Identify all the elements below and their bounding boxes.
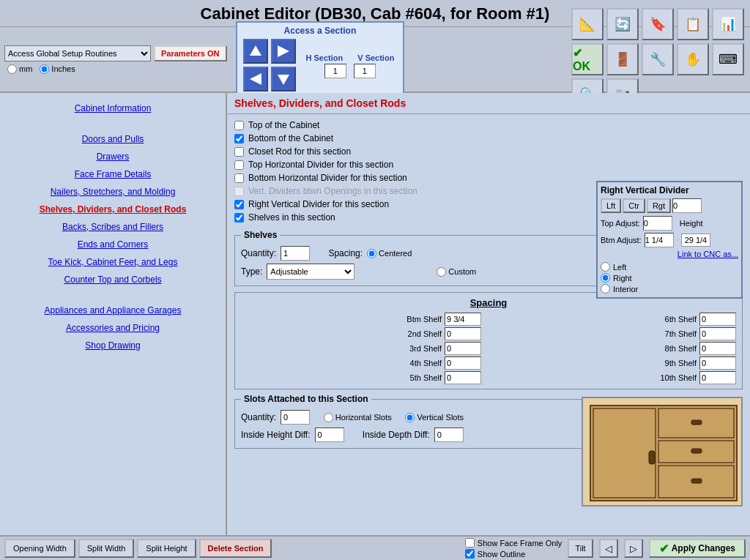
nav-left-button[interactable] [243,67,268,92]
rotate-tool-button[interactable]: 🔄 [606,8,639,40]
cb-shelves[interactable] [234,213,244,223]
list-tool-button[interactable]: 📋 [677,8,709,40]
cb-bottom[interactable] [234,134,244,143]
chart-tool-button[interactable]: 📊 [712,8,744,40]
horiz-slots-label[interactable]: Horizontal Slots [324,413,392,422]
cb-closet[interactable] [234,147,244,157]
v-section-input[interactable] [354,64,376,78]
inside-h-input[interactable] [315,428,344,442]
cb-bottom-row: Bottom of the Cabinet [234,132,743,145]
5th-shelf-input[interactable] [445,371,481,384]
mm-radio[interactable] [7,64,17,74]
rgt-button[interactable]: Rgt [647,198,671,213]
show-outline-row: Show Outline [465,549,562,559]
cb-top-label: Top of the Cabinet [248,120,319,130]
6th-shelf-input[interactable] [699,313,736,326]
params-button[interactable]: Parameters ON [154,45,227,61]
nav-right-button[interactable] [271,39,296,64]
5th-shelf-label: 5th Shelf [410,373,442,382]
wrench-tool-button[interactable]: 🔧 [642,43,674,75]
vert-slots-label[interactable]: Vertical Slots [405,413,464,422]
global-setup-dropdown[interactable]: Access Global Setup Routines [4,45,151,61]
horiz-slots-radio[interactable] [324,413,333,422]
nav-up-button[interactable] [243,39,268,64]
height-label: Height [680,219,703,228]
cb-right-vert-label: Right Vertical Divider for this section [248,199,389,209]
tilt-button[interactable]: Tilt [568,539,593,558]
6th-shelf-row: 6th Shelf [496,313,736,326]
delete-section-button[interactable]: Delete Section [199,539,272,558]
rotate-right-button[interactable]: ▷ [624,539,643,558]
door-tool-button[interactable]: 🚪 [606,43,639,75]
interior-divider-radio[interactable] [601,284,610,294]
show-outline-check[interactable] [465,549,475,559]
sidebar-item-drawers[interactable]: Drawers [0,149,226,165]
right-radio-option: Right [601,272,738,283]
ok-button[interactable]: ✔ OK [571,43,604,75]
btm-shelf-row: Btm Shelf [241,313,481,326]
stamp-tool-button[interactable]: 🔖 [642,8,674,40]
sidebar-item-nailers[interactable]: Nailers, Stretchers, and Molding [0,184,226,200]
opening-width-button[interactable]: Opening Width [4,539,75,558]
cb-top[interactable] [234,121,244,130]
right-divider-radio[interactable] [601,273,610,283]
sidebar-item-accessories[interactable]: Accessories and Pricing [0,320,226,336]
shelves-legend: Shelves [241,230,280,240]
top-adj-input[interactable] [643,216,672,231]
cb-right-vert[interactable] [234,200,244,209]
lft-button[interactable]: Lft [601,198,621,213]
cnc-link[interactable]: Link to CNC as... [601,250,738,258]
3rd-shelf-input[interactable] [445,342,481,355]
slots-qty-input[interactable] [281,410,310,425]
sidebar-item-shop-drawing[interactable]: Shop Drawing [0,337,226,354]
btm-adj-input[interactable] [645,233,674,247]
type-select[interactable]: Adjustable [267,264,354,280]
centered-radio-label[interactable]: Centered [367,249,412,258]
qty-input[interactable] [281,246,310,261]
split-width-button[interactable]: Split Width [78,539,135,558]
sidebar-item-face-frame[interactable]: Face Frame Details [0,166,226,182]
cb-bottom-label: Bottom of the Cabinet [248,133,333,143]
btm-shelf-input[interactable] [445,313,481,326]
keyboard-tool-button[interactable]: ⌨ [712,43,744,75]
sidebar-item-doors-pulls[interactable]: Doors and Pulls [0,131,226,147]
cb-btm-horiz[interactable] [234,173,244,183]
inches-radio[interactable] [40,64,49,74]
centered-radio[interactable] [367,249,376,258]
cb-top-horiz[interactable] [234,160,244,170]
ctr-button[interactable]: Ctr [623,198,645,213]
svg-rect-10 [691,420,702,425]
8th-shelf-input[interactable] [699,342,736,355]
h-section-input[interactable] [324,64,346,78]
inches-radio-label[interactable]: Inches [40,64,75,74]
measure-tool-button[interactable]: 📐 [571,8,604,40]
sidebar-item-cabinet-info[interactable]: Cabinet Information [0,100,226,116]
custom-radio-label[interactable]: Custom [437,267,476,277]
split-height-button[interactable]: Split Height [137,539,196,558]
9th-shelf-input[interactable] [699,356,736,370]
2nd-shelf-input[interactable] [445,327,481,340]
rgt-value-input[interactable] [672,198,702,213]
btm-shelf-label: Btm Shelf [406,315,442,324]
sidebar-item-backs[interactable]: Backs, Scribes and Fillers [0,219,226,235]
show-face-frame-check[interactable] [465,538,475,548]
type-label: Type: [241,266,262,277]
nav-down-button[interactable] [271,67,296,92]
vert-slots-radio[interactable] [405,413,415,422]
custom-radio[interactable] [437,267,446,277]
hand-tool-button[interactable]: ✋ [677,43,709,75]
sidebar-item-counter-top[interactable]: Counter Top and Corbels [0,272,226,288]
10th-shelf-input[interactable] [699,371,736,384]
apply-changes-button[interactable]: ✔ Apply Changes [649,539,746,558]
rotate-left-button[interactable]: ◁ [599,539,618,558]
left-radio-option: Left [601,261,738,272]
sidebar-item-appliances[interactable]: Appliances and Appliance Garages [0,302,226,318]
inside-d-input[interactable] [434,428,464,442]
4th-shelf-input[interactable] [445,356,481,370]
sidebar-item-toe-kick[interactable]: Toe Kick, Cabinet Feet, and Legs [0,254,226,270]
sidebar-item-shelves[interactable]: Shelves, Dividers, and Closet Rods [0,201,226,217]
left-divider-radio[interactable] [601,262,610,272]
mm-radio-label[interactable]: mm [7,64,32,74]
sidebar-item-ends[interactable]: Ends and Corners [0,236,226,253]
7th-shelf-input[interactable] [699,327,736,340]
